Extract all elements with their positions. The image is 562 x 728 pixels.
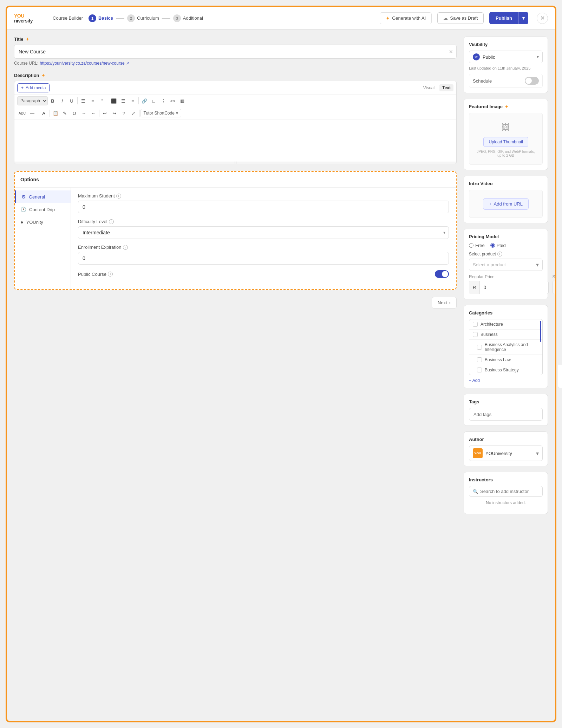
add-category-button[interactable]: + Add — [469, 378, 480, 383]
free-option[interactable]: Free — [469, 243, 485, 248]
next-arrow-icon: › — [449, 300, 451, 305]
underline-button[interactable]: U — [67, 96, 76, 105]
align-center-button[interactable]: ☰ — [119, 96, 128, 105]
title-input[interactable] — [14, 45, 457, 59]
publish-button[interactable]: Publish ▾ — [489, 12, 528, 24]
special-char-button[interactable]: Ω — [70, 109, 79, 118]
visual-tab[interactable]: Visual — [420, 84, 437, 91]
publish-arrow-icon[interactable]: ▾ — [518, 12, 528, 24]
logo-niversity: niversity — [14, 18, 33, 23]
editor-body[interactable] — [14, 119, 456, 162]
visibility-select[interactable]: 👁 Public ▾ — [469, 51, 543, 63]
options-header: Options — [15, 172, 456, 188]
paste-button[interactable]: 📋 — [51, 109, 60, 118]
options-nav-content-drip[interactable]: 🕐 Content Drip — [15, 203, 71, 216]
align-left-button[interactable]: ⬛ — [109, 96, 118, 105]
instructor-search[interactable]: 🔍 — [469, 486, 543, 497]
options-sidebar: ⚙ General 🕐 Content Drip ● YOUnity — [15, 188, 71, 289]
upload-thumbnail-button[interactable]: Upload Thumbnail — [483, 137, 528, 147]
category-checkbox-business[interactable] — [473, 332, 478, 337]
breadcrumb-step-2[interactable]: 2 Curriculum — [127, 14, 159, 22]
select-product-dropdown[interactable]: Select a product ▾ — [469, 259, 543, 271]
bold-button[interactable]: B — [48, 96, 57, 105]
edit-link-button[interactable]: ✎ — [60, 109, 70, 118]
instructors-title: Instructors — [469, 477, 543, 482]
editor-resize-handle[interactable]: ⠿ — [14, 162, 456, 164]
help-button[interactable]: ? — [119, 109, 129, 118]
close-button[interactable]: ✕ — [537, 13, 548, 24]
paid-option[interactable]: Paid — [490, 243, 506, 248]
max-student-input[interactable] — [78, 201, 449, 213]
difficulty-select-wrapper: Beginner Intermediate Advanced Expert ▾ — [78, 226, 449, 239]
course-url-prefix: Course URL: — [14, 61, 38, 66]
abc-button[interactable]: ABC — [17, 109, 27, 118]
breadcrumb-step-1[interactable]: 1 Basics — [89, 14, 113, 22]
category-label-business-law: Business Law — [485, 357, 511, 362]
save-draft-button[interactable]: ☁ Save as Draft — [437, 12, 484, 24]
select-product-section: Select product i Select a product ▾ — [469, 252, 543, 271]
free-label: Free — [475, 243, 485, 248]
next-button[interactable]: Next › — [432, 297, 457, 308]
image-button[interactable]: □ — [149, 96, 158, 105]
step-1-badge: 1 — [89, 14, 96, 22]
tutor-shortcode-button[interactable]: Tutor ShortCode ▾ — [140, 109, 181, 117]
fullscreen-button[interactable]: ⤢ — [129, 109, 138, 118]
add-media-button[interactable]: + Add media — [17, 83, 50, 92]
more-button[interactable]: ⋮ — [159, 96, 168, 105]
save-draft-label: Save as Draft — [450, 15, 478, 21]
regular-price-input[interactable] — [480, 281, 548, 294]
hr-button[interactable]: — — [28, 109, 37, 118]
enrollment-expiration-label: Enrollment Expiration i — [78, 245, 449, 250]
redo-button[interactable]: ↪ — [110, 109, 119, 118]
sidebar: Visibility 👁 Public ▾ Last updated on 11… — [464, 37, 548, 514]
undo-button[interactable]: ↩ — [100, 109, 110, 118]
numbered-list-button[interactable]: ≡ — [88, 96, 97, 105]
schedule-toggle[interactable] — [525, 77, 539, 85]
free-radio[interactable] — [469, 243, 473, 248]
indent-button[interactable]: → — [79, 109, 89, 118]
bullet-list-button[interactable]: ☰ — [79, 96, 88, 105]
author-avatar: YOU — [473, 448, 483, 458]
title-clear-icon[interactable]: ✕ — [449, 49, 453, 54]
upload-thumbnail-icon: 🖼 — [499, 120, 513, 134]
category-item-business: Business — [469, 330, 542, 340]
notebook-tab[interactable]: Notebook — [558, 364, 562, 388]
add-from-url-button[interactable]: + Add from URL — [483, 198, 529, 210]
category-checkbox-business-strategy[interactable] — [477, 368, 482, 372]
select-product-label: Select product i — [469, 252, 543, 256]
category-checkbox-business-law[interactable] — [477, 357, 482, 362]
paid-radio[interactable] — [490, 243, 495, 248]
tutor-shortcode-label: Tutor ShortCode — [144, 111, 175, 116]
add-media-label: Add media — [26, 85, 46, 90]
general-label: General — [29, 194, 45, 200]
public-course-toggle[interactable] — [435, 270, 449, 278]
outdent-button[interactable]: ← — [89, 109, 98, 118]
generate-ai-button[interactable]: ✦ Generate with AI — [380, 12, 432, 24]
breadcrumb-arrow-2: —— — [162, 16, 170, 21]
italic-button[interactable]: I — [58, 96, 67, 105]
align-right-button[interactable]: ≡ — [128, 96, 137, 105]
category-label-business-strategy: Business Strategy — [485, 368, 519, 372]
table-button[interactable]: ▦ — [178, 96, 187, 105]
breadcrumb-step-3[interactable]: 3 Additional — [173, 14, 203, 22]
enrollment-expiration-input[interactable] — [78, 252, 449, 265]
course-url-link[interactable]: https://youniversity.co.za/courses/new-c… — [40, 61, 124, 66]
intro-video-card: Intro Video + Add from URL — [464, 176, 548, 223]
instructor-search-input[interactable] — [480, 489, 539, 494]
blockquote-button[interactable]: " — [98, 96, 107, 105]
upload-hint: JPEG, PNG, GIF, and WebP formats, up to … — [476, 150, 535, 157]
options-nav-younity[interactable]: ● YOUnity — [15, 216, 71, 228]
tags-input[interactable] — [469, 408, 543, 421]
code-button[interactable]: <> — [168, 96, 177, 105]
paragraph-select[interactable]: Paragraph Heading 1 Heading 2 — [17, 96, 48, 105]
text-tab[interactable]: Text — [439, 84, 453, 91]
breadcrumb-arrow-1: —— — [116, 16, 124, 21]
difficulty-select[interactable]: Beginner Intermediate Advanced Expert — [78, 226, 449, 239]
category-checkbox-architecture[interactable] — [473, 322, 478, 327]
link-button[interactable]: 🔗 — [140, 96, 149, 105]
category-checkbox-ba-intelligence[interactable] — [477, 345, 482, 350]
description-section: Description ✦ + Add media Visual Text — [14, 73, 457, 164]
options-nav-general[interactable]: ⚙ General — [15, 190, 71, 203]
font-color-button[interactable]: A — [39, 109, 48, 118]
author-select[interactable]: YOU YOUniversity ▾ — [469, 446, 543, 461]
